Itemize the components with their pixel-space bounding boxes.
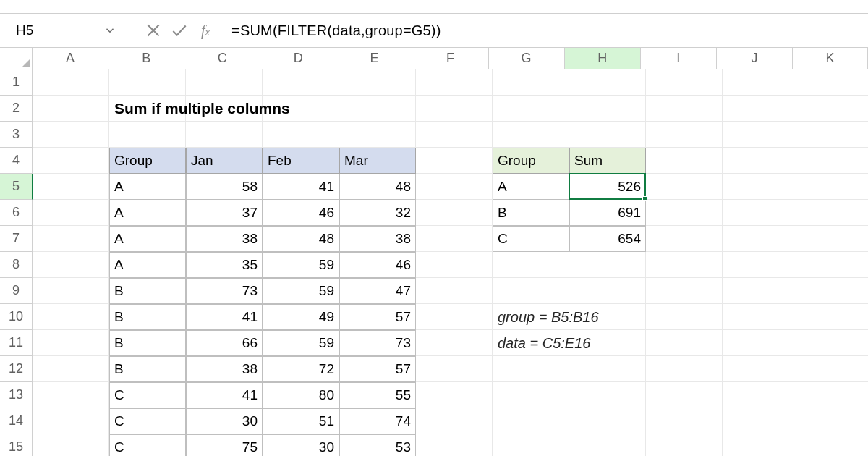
- column-header[interactable]: B: [109, 48, 184, 69]
- row-header[interactable]: 8: [0, 252, 33, 278]
- table-cell[interactable]: 72: [263, 356, 339, 382]
- summary-cell[interactable]: C: [493, 226, 569, 252]
- enter-icon[interactable]: [170, 21, 189, 40]
- table-cell[interactable]: 73: [186, 278, 263, 304]
- table-cell[interactable]: C: [109, 408, 186, 434]
- column-header[interactable]: D: [260, 48, 336, 69]
- cell-grid[interactable]: Sum if multiple columnsGroupJanFebMarA58…: [33, 69, 868, 456]
- row-header[interactable]: 15: [0, 434, 33, 456]
- table-cell[interactable]: 59: [263, 330, 339, 356]
- column-header[interactable]: C: [184, 48, 260, 69]
- column-headers: ABCDEFGHIJK: [33, 48, 868, 69]
- table-cell[interactable]: B: [109, 304, 186, 330]
- table-header: Mar: [339, 148, 416, 174]
- summary-header: Group: [493, 148, 569, 174]
- table-cell[interactable]: 41: [263, 174, 339, 200]
- table-header: Feb: [263, 148, 339, 174]
- row-header[interactable]: 14: [0, 408, 33, 434]
- table-cell[interactable]: 30: [186, 408, 263, 434]
- table-cell[interactable]: 73: [339, 330, 416, 356]
- row-header[interactable]: 9: [0, 278, 33, 304]
- table-cell[interactable]: 32: [339, 200, 416, 226]
- row-header[interactable]: 13: [0, 382, 33, 408]
- formula-input[interactable]: =SUM(FILTER(data,group=G5)): [224, 14, 868, 47]
- formula-bar-buttons: fx: [124, 14, 224, 47]
- row-header[interactable]: 6: [0, 200, 33, 226]
- column-header[interactable]: E: [336, 48, 412, 69]
- table-cell[interactable]: 37: [186, 200, 263, 226]
- table-cell[interactable]: 75: [186, 434, 263, 456]
- table-cell[interactable]: 74: [339, 408, 416, 434]
- table-cell[interactable]: B: [109, 278, 186, 304]
- table-cell[interactable]: A: [109, 226, 186, 252]
- table-cell[interactable]: 57: [339, 356, 416, 382]
- table-header: Jan: [186, 148, 263, 174]
- table-cell[interactable]: 66: [186, 330, 263, 356]
- named-range-note: data = C5:E16: [493, 330, 723, 356]
- table-cell[interactable]: 35: [186, 252, 263, 278]
- table-cell[interactable]: 57: [339, 304, 416, 330]
- summary-cell[interactable]: 691: [569, 200, 646, 226]
- table-cell[interactable]: B: [109, 330, 186, 356]
- worksheet: ABCDEFGHIJK 123456789101112131415 Sum if…: [0, 48, 868, 456]
- table-cell[interactable]: A: [109, 174, 186, 200]
- table-header: Group: [109, 148, 186, 174]
- row-header[interactable]: 2: [0, 96, 33, 122]
- table-cell[interactable]: 41: [186, 382, 263, 408]
- table-cell[interactable]: C: [109, 382, 186, 408]
- row-header[interactable]: 4: [0, 148, 33, 174]
- row-header[interactable]: 10: [0, 304, 33, 330]
- table-cell[interactable]: 48: [339, 174, 416, 200]
- table-cell[interactable]: 46: [263, 200, 339, 226]
- column-header[interactable]: J: [717, 48, 793, 69]
- column-header[interactable]: K: [793, 48, 868, 69]
- table-cell[interactable]: 59: [263, 252, 339, 278]
- column-header[interactable]: G: [489, 48, 565, 69]
- table-cell[interactable]: 53: [339, 434, 416, 456]
- row-header[interactable]: 11: [0, 330, 33, 356]
- name-box-wrap: H5: [0, 14, 124, 47]
- table-cell[interactable]: 55: [339, 382, 416, 408]
- summary-header: Sum: [569, 148, 646, 174]
- select-all-button[interactable]: [0, 48, 33, 69]
- table-cell[interactable]: B: [109, 356, 186, 382]
- summary-cell[interactable]: A: [493, 174, 569, 200]
- cancel-icon[interactable]: [144, 21, 163, 40]
- table-cell[interactable]: 41: [186, 304, 263, 330]
- named-range-note: group = B5:B16: [493, 304, 723, 330]
- insert-function-icon[interactable]: fx: [196, 21, 215, 40]
- table-cell[interactable]: A: [109, 200, 186, 226]
- chevron-down-icon[interactable]: [103, 24, 116, 37]
- table-cell[interactable]: 48: [263, 226, 339, 252]
- summary-cell[interactable]: 526: [569, 174, 646, 200]
- summary-cell[interactable]: 654: [569, 226, 646, 252]
- table-cell[interactable]: 46: [339, 252, 416, 278]
- row-header[interactable]: 12: [0, 356, 33, 382]
- table-cell[interactable]: 38: [339, 226, 416, 252]
- table-cell[interactable]: 59: [263, 278, 339, 304]
- row-headers: 123456789101112131415: [0, 69, 33, 456]
- column-header[interactable]: I: [641, 48, 717, 69]
- table-cell[interactable]: 58: [186, 174, 263, 200]
- table-cell[interactable]: A: [109, 252, 186, 278]
- formula-bar: H5 fx =SUM(FILTER(data,group=G5)): [0, 13, 868, 48]
- table-cell[interactable]: 49: [263, 304, 339, 330]
- table-cell[interactable]: 51: [263, 408, 339, 434]
- table-cell[interactable]: 38: [186, 226, 263, 252]
- table-cell[interactable]: 80: [263, 382, 339, 408]
- column-header[interactable]: F: [412, 48, 488, 69]
- table-cell[interactable]: 38: [186, 356, 263, 382]
- row-header[interactable]: 3: [0, 122, 33, 148]
- summary-cell[interactable]: B: [493, 200, 569, 226]
- page-title: Sum if multiple columns: [109, 96, 416, 122]
- table-cell[interactable]: 30: [263, 434, 339, 456]
- name-box[interactable]: H5: [13, 21, 103, 40]
- column-header[interactable]: A: [33, 48, 109, 69]
- row-header[interactable]: 7: [0, 226, 33, 252]
- table-cell[interactable]: C: [109, 434, 186, 456]
- row-header[interactable]: 1: [0, 69, 33, 96]
- column-header[interactable]: H: [565, 48, 641, 69]
- row-header[interactable]: 5: [0, 174, 33, 200]
- table-cell[interactable]: 47: [339, 278, 416, 304]
